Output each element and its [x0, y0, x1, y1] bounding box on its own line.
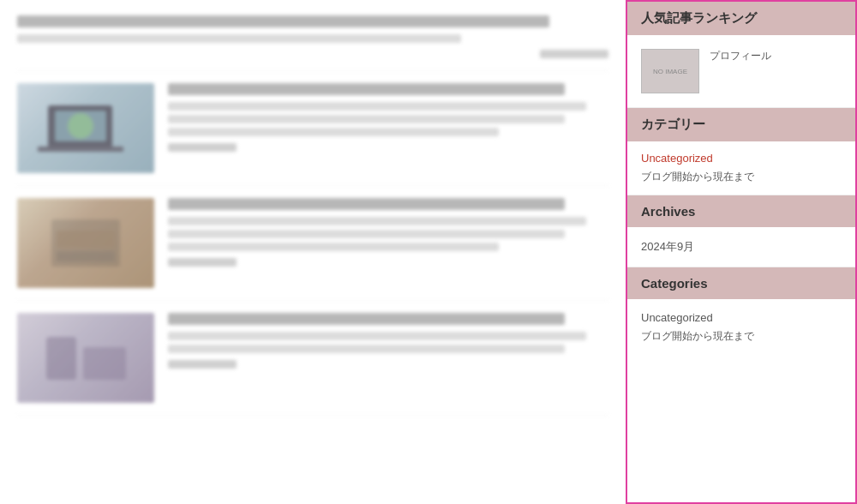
article-thumbnail: [17, 313, 154, 403]
thumb-inner: [17, 83, 154, 173]
article-title: [17, 15, 549, 27]
thumb-inner: [17, 313, 154, 403]
categories-body: Uncategorized ブログ開始から現在まで: [627, 299, 855, 354]
article-body: [168, 83, 608, 152]
archive-item: 2024年9月: [641, 237, 842, 256]
article-thumbnail: [17, 83, 154, 173]
article-line: [17, 34, 461, 43]
article-item: [17, 9, 608, 71]
article-line: [168, 332, 586, 340]
ranking-header-text: 人気記事ランキング: [641, 10, 757, 25]
article-item: [17, 301, 608, 416]
ranking-header: 人気記事ランキング: [627, 2, 855, 35]
ranking-item: NO IMAGE プロフィール: [641, 45, 842, 97]
main-content: [0, 0, 626, 504]
ranking-section: 人気記事ランキング NO IMAGE プロフィール: [627, 2, 855, 108]
article-date: [168, 360, 237, 369]
category-body: Uncategorized ブログ開始から現在まで: [627, 141, 855, 195]
archives-section: Archives 2024年9月: [627, 195, 855, 267]
sidebar: 人気記事ランキング NO IMAGE プロフィール カテゴリー Uncatego…: [626, 0, 857, 504]
category-section: カテゴリー Uncategorized ブログ開始から現在まで: [627, 108, 855, 195]
no-image-placeholder: NO IMAGE: [641, 49, 699, 93]
article-line: [168, 243, 499, 251]
article-body: [168, 313, 608, 369]
article-date: [168, 258, 237, 267]
category-header-text: カテゴリー: [641, 117, 705, 131]
article-body: [168, 198, 608, 267]
article-title: [168, 83, 565, 95]
article-line: [168, 128, 499, 136]
article-line: [168, 115, 565, 123]
article-title: [168, 313, 565, 325]
article-thumbnail: [17, 198, 154, 288]
category-subtitle: ブログ開始から現在まで: [641, 170, 842, 184]
article-line: [168, 345, 565, 353]
categories-item: Uncategorized: [641, 309, 842, 326]
article-title: [168, 198, 565, 210]
categories-header-text: Categories: [641, 276, 708, 291]
category-link[interactable]: Uncategorized: [641, 152, 842, 165]
archives-header-text: Archives: [641, 204, 695, 219]
article-line: [168, 217, 586, 225]
article-line: [168, 102, 586, 111]
article-item: [17, 186, 608, 301]
no-image-label: NO IMAGE: [653, 68, 687, 75]
article-line: [168, 230, 565, 238]
ranking-body: NO IMAGE プロフィール: [627, 35, 855, 108]
archives-header: Archives: [627, 195, 855, 227]
thumb-inner: [17, 198, 154, 288]
article-date: [540, 50, 608, 58]
ranking-item-label: プロフィール: [710, 49, 771, 63]
category-header: カテゴリー: [627, 108, 855, 141]
categories-header: Categories: [627, 267, 855, 299]
categories-subtitle: ブログ開始から現在まで: [641, 329, 842, 344]
article-date: [168, 143, 237, 152]
categories-section: Categories Uncategorized ブログ開始から現在まで: [627, 267, 855, 354]
archives-body: 2024年9月: [627, 227, 855, 267]
article-list: [17, 9, 608, 416]
article-item: [17, 71, 608, 186]
